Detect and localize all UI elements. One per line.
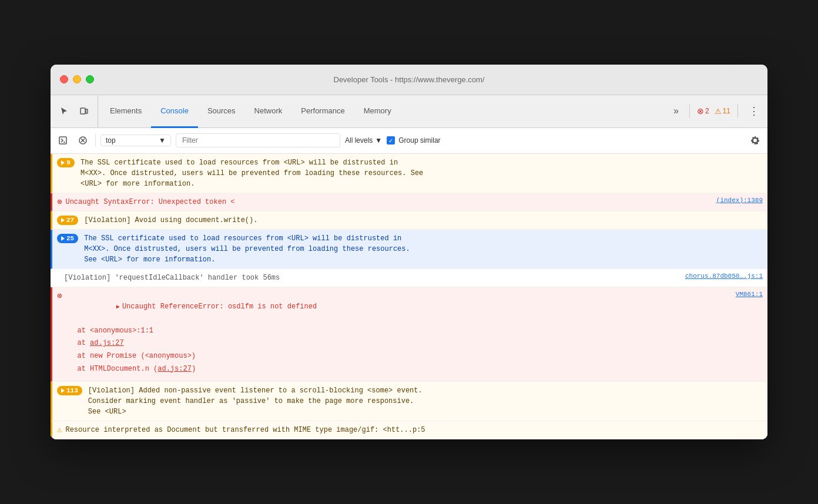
stack-link-2[interactable]: ad.js:27	[157, 365, 192, 373]
more-tabs-button[interactable]: »	[670, 103, 682, 119]
devtools-icons	[55, 95, 98, 127]
log-message: The SSL certificate used to load resourc…	[81, 157, 763, 189]
warning-count-badge-113[interactable]: 113	[57, 386, 82, 395]
tab-sources[interactable]: Sources	[198, 96, 245, 128]
log-entry-reference-error: ⊗ ▶Uncaught ReferenceError: osdlfm is no…	[51, 287, 767, 382]
tabs-bar: Elements Console Sources Network Perform…	[51, 95, 767, 128]
error-detail: ▶Uncaught ReferenceError: osdlfm is not …	[65, 291, 763, 378]
error-source[interactable]: VM861:1	[736, 291, 763, 298]
tabs-list: Elements Console Sources Network Perform…	[100, 95, 665, 127]
log-entry-syntax-error: ⊗ Uncaught SyntaxError: Unexpected token…	[51, 193, 767, 211]
warning-triangle-icon: ⚠	[57, 425, 62, 435]
log-message: [Violation] Added non-passive event list…	[88, 385, 763, 417]
error-circle-icon: ⊗	[57, 197, 62, 207]
tab-elements[interactable]: Elements	[100, 96, 151, 128]
device-icon[interactable]	[75, 102, 93, 120]
chevron-down-icon: ▼	[159, 136, 166, 145]
title-bar: Developer Tools - https://www.theverge.c…	[51, 65, 767, 95]
error-count-badge: ⊗ 2	[697, 106, 709, 116]
stack-line-2: at ad.js:27	[77, 337, 763, 350]
console-content: 9 The SSL certificate used to load resou…	[51, 154, 767, 439]
log-entry-idle-callback: [Violation] 'requestIdleCallback' handle…	[51, 269, 767, 287]
violation-source[interactable]: chorus.87db050….js:1	[685, 273, 763, 280]
filter-input[interactable]	[176, 133, 340, 147]
log-entry-doc-write: 27 [Violation] Avoid using document.writ…	[51, 211, 767, 230]
cursor-icon[interactable]	[55, 102, 73, 120]
context-selector[interactable]: top ▼	[100, 135, 171, 146]
expand-arrow-icon[interactable]: ▶	[116, 304, 120, 310]
stack-line-3: at new Promise (<anonymous>)	[77, 350, 763, 363]
log-entry-passive-listener: 113 [Violation] Added non-passive event …	[51, 382, 767, 421]
tab-memory[interactable]: Memory	[354, 96, 401, 128]
warning-count-badge-27[interactable]: 27	[57, 216, 78, 225]
settings-button[interactable]	[747, 133, 763, 148]
close-button[interactable]	[60, 75, 68, 83]
log-message: Resource interpreted as Document but tra…	[65, 425, 763, 435]
error-circle-icon: ⊗	[697, 106, 704, 116]
levels-dropdown[interactable]: All levels ▼	[345, 136, 382, 145]
log-entry-ssl-warning: 9 The SSL certificate used to load resou…	[51, 154, 767, 193]
error-badge: ⊗ 2 ⚠ 11	[697, 106, 730, 116]
error-circle-icon: ⊗	[57, 291, 62, 301]
stack-link[interactable]: ad.js:27	[90, 339, 124, 347]
tabs-right: » ⊗ 2 ⚠ 11 ⋮	[665, 95, 763, 127]
warning-count-badge-9[interactable]: 9	[57, 158, 75, 167]
warning-triangle-icon: ⚠	[715, 107, 722, 116]
window-title: Developer Tools - https://www.theverge.c…	[334, 75, 485, 84]
stack-trace: at <anonymous>:1:1 at ad.js:27 at new Pr…	[65, 322, 763, 378]
traffic-lights	[60, 75, 94, 83]
log-message: ▶Uncaught ReferenceError: osdlfm is not …	[65, 291, 730, 322]
levels-chevron-icon: ▼	[375, 136, 382, 145]
play-icon	[61, 218, 65, 223]
tab-console[interactable]: Console	[151, 96, 198, 128]
play-icon	[61, 236, 65, 241]
console-toolbar: top ▼ All levels ▼ ✓ Group similar	[51, 128, 767, 154]
divider2	[737, 104, 738, 118]
execute-context-button[interactable]	[55, 133, 71, 148]
group-similar-toggle[interactable]: ✓ Group similar	[387, 136, 440, 145]
stack-line-1: at <anonymous>:1:1	[77, 325, 763, 338]
log-entry-ssl-info: 25 The SSL certificate used to load reso…	[51, 230, 767, 269]
clear-console-button[interactable]	[75, 133, 90, 148]
devtools-window: Developer Tools - https://www.theverge.c…	[51, 65, 767, 439]
error-source[interactable]: (index):1389	[716, 197, 763, 204]
tab-network[interactable]: Network	[245, 96, 292, 128]
toolbar-divider	[95, 135, 96, 146]
stack-line-4: at HTMLDocument.n (ad.js:27)	[77, 363, 763, 376]
log-message: [Violation] Avoid using document.write()…	[84, 215, 763, 226]
info-count-badge-25[interactable]: 25	[57, 234, 78, 243]
log-message: The SSL certificate used to load resourc…	[84, 233, 763, 265]
play-icon	[61, 160, 65, 165]
minimize-button[interactable]	[73, 75, 81, 83]
log-entry-mime-warning: ⚠ Resource interpreted as Document but t…	[51, 421, 767, 439]
play-icon	[61, 388, 65, 393]
log-message: [Violation] 'requestIdleCallback' handle…	[64, 273, 680, 283]
more-options-button[interactable]: ⋮	[745, 102, 763, 120]
tab-performance[interactable]: Performance	[291, 96, 354, 128]
log-message: Uncaught SyntaxError: Unexpected token <	[65, 197, 711, 207]
checkbox-checked-icon: ✓	[387, 136, 395, 145]
warning-count-badge: ⚠ 11	[715, 107, 730, 116]
divider	[689, 104, 690, 118]
svg-rect-0	[81, 108, 85, 114]
svg-rect-1	[86, 109, 88, 113]
maximize-button[interactable]	[86, 75, 94, 83]
